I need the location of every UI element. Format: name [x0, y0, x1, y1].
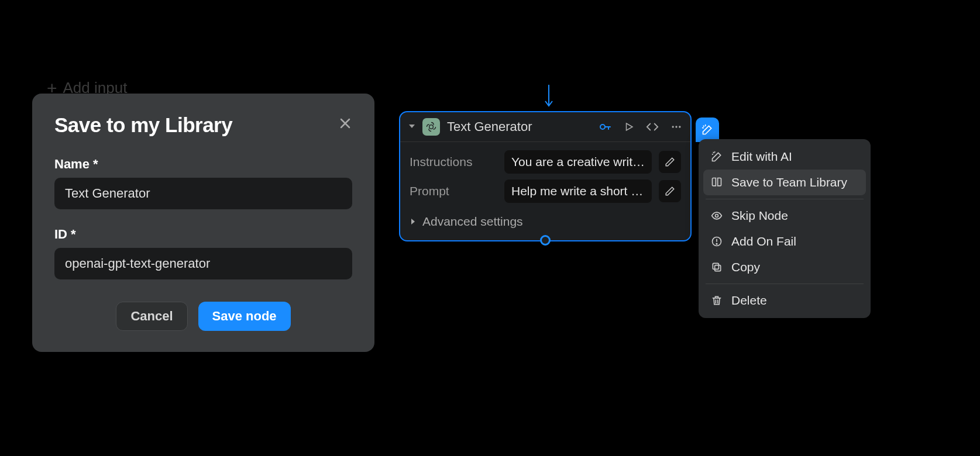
menu-item-label: Edit with AI [731, 150, 792, 164]
prompt-value[interactable]: Help me write a short s... [504, 179, 652, 203]
node-context-menu: Edit with AI Save to Team Library Skip N… [699, 139, 871, 318]
menu-delete[interactable]: Delete [703, 288, 866, 313]
svg-point-10 [675, 126, 677, 127]
node-body: Instructions You are a creative writi...… [400, 142, 690, 240]
play-icon[interactable] [624, 122, 634, 132]
node-header: Text Generator [400, 112, 690, 142]
menu-edit-with-ai[interactable]: Edit with AI [703, 144, 866, 170]
name-input[interactable] [54, 178, 352, 209]
modal-header: Save to my Library [54, 113, 352, 137]
menu-save-team-library[interactable]: Save to Team Library [703, 170, 866, 195]
menu-skip-node[interactable]: Skip Node [703, 203, 866, 229]
name-label: Name * [54, 157, 352, 172]
node-output-port[interactable] [540, 235, 551, 246]
svg-point-5 [600, 125, 605, 129]
menu-separator [706, 284, 864, 284]
copy-icon [710, 261, 723, 273]
modal-title: Save to my Library [54, 113, 232, 137]
menu-item-label: Save to Team Library [731, 175, 847, 189]
menu-add-on-fail[interactable]: Add On Fail [703, 229, 866, 254]
openai-icon [422, 118, 440, 136]
id-label: ID * [54, 227, 352, 242]
trash-icon [710, 295, 723, 306]
prompt-label: Prompt [410, 184, 497, 198]
menu-separator [706, 199, 864, 199]
svg-marker-12 [411, 219, 415, 224]
chevron-down-icon[interactable] [408, 122, 415, 132]
cancel-button[interactable]: Cancel [116, 302, 187, 331]
eye-icon [710, 210, 723, 222]
menu-item-label: Skip Node [731, 209, 788, 223]
menu-item-label: Add On Fail [731, 234, 796, 248]
node-side-wand-button[interactable] [696, 118, 719, 142]
wand-icon [710, 151, 723, 163]
more-icon[interactable] [670, 121, 682, 133]
pencil-icon[interactable] [659, 151, 681, 173]
svg-point-16 [716, 243, 717, 244]
close-icon[interactable] [338, 116, 352, 134]
node-field-instructions: Instructions You are a creative writi... [410, 150, 681, 174]
code-icon[interactable] [646, 120, 659, 133]
incoming-arrow-icon [544, 85, 553, 112]
chevron-right-icon [410, 218, 417, 225]
svg-point-4 [429, 125, 434, 129]
key-icon[interactable] [598, 120, 612, 134]
node-title: Text Generator [447, 119, 591, 134]
node-field-prompt: Prompt Help me write a short s... [410, 179, 681, 203]
instructions-value[interactable]: You are a creative writi... [504, 150, 652, 174]
menu-item-label: Copy [731, 260, 760, 274]
id-input[interactable] [54, 248, 352, 279]
book-icon [710, 177, 723, 188]
pencil-icon[interactable] [659, 180, 681, 202]
advanced-settings-toggle[interactable]: Advanced settings [410, 209, 681, 236]
modal-footer: Cancel Save node [54, 302, 352, 331]
instructions-label: Instructions [410, 155, 497, 169]
svg-marker-3 [409, 125, 415, 128]
save-node-button[interactable]: Save node [198, 302, 291, 331]
save-library-modal: Save to my Library Name * ID * Cancel Sa… [32, 94, 374, 352]
svg-point-13 [716, 215, 718, 217]
advanced-settings-label: Advanced settings [422, 215, 523, 229]
text-generator-node[interactable]: Text Generator Instructions You are a cr… [399, 111, 692, 241]
svg-marker-8 [627, 123, 633, 130]
alert-icon [710, 236, 723, 247]
menu-copy[interactable]: Copy [703, 254, 866, 280]
svg-point-11 [679, 126, 680, 127]
svg-rect-18 [713, 263, 718, 269]
svg-point-9 [672, 126, 674, 127]
svg-rect-17 [715, 265, 721, 271]
menu-item-label: Delete [731, 293, 767, 308]
